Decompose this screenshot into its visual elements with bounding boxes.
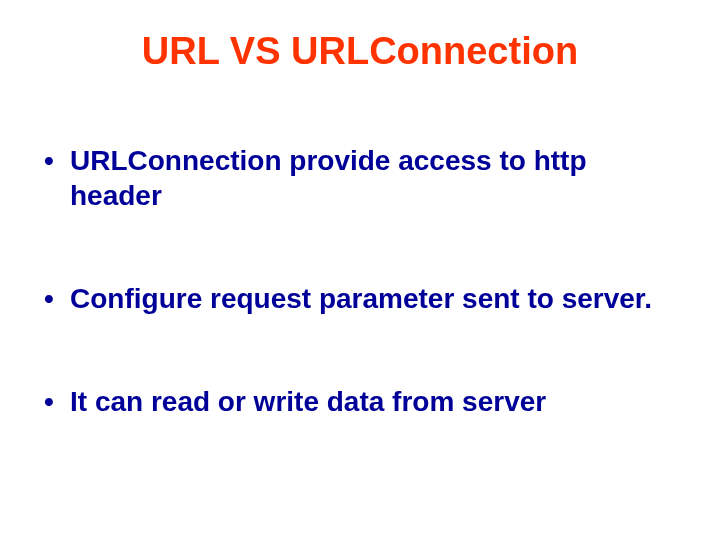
list-item: Configure request parameter sent to serv…	[40, 281, 680, 316]
list-item: URLConnection provide access to http hea…	[40, 143, 680, 213]
slide-title: URL VS URLConnection	[40, 30, 680, 73]
list-item: It can read or write data from server	[40, 384, 680, 419]
bullet-list: URLConnection provide access to http hea…	[40, 143, 680, 419]
